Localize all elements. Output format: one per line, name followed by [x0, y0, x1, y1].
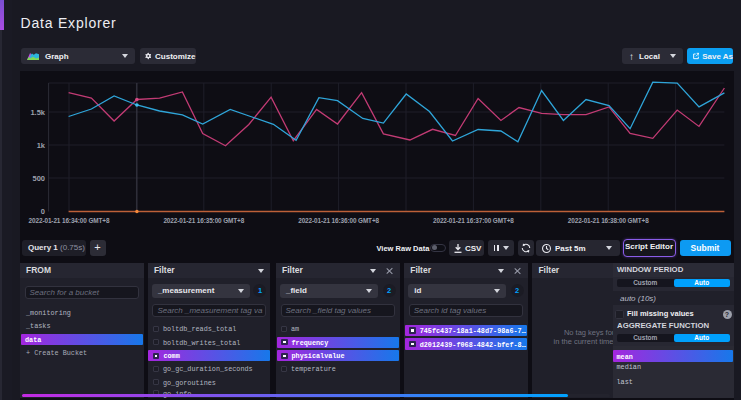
svg-text:500: 500: [32, 174, 45, 183]
svg-text:2022-01-21 16:34:00 GMT+8: 2022-01-21 16:34:00 GMT+8: [29, 217, 110, 224]
svg-text:2022-01-21 16:35:00 GMT+8: 2022-01-21 16:35:00 GMT+8: [163, 217, 244, 224]
svg-text:0: 0: [41, 207, 45, 216]
svg-text:1.5k: 1.5k: [30, 108, 45, 117]
svg-text:2022-01-21 16:38:00 GMT+8: 2022-01-21 16:38:00 GMT+8: [568, 217, 649, 224]
svg-text:2022-01-21 16:37:00 GMT+8: 2022-01-21 16:37:00 GMT+8: [433, 217, 514, 224]
svg-text:2022-01-21 16:36:00 GMT+8: 2022-01-21 16:36:00 GMT+8: [298, 217, 379, 224]
svg-text:1k: 1k: [37, 141, 46, 150]
